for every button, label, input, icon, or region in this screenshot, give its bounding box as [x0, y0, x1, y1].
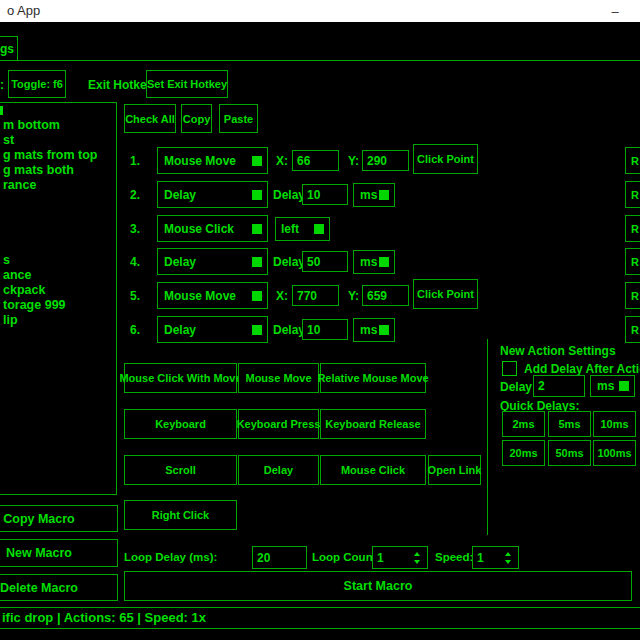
y-input[interactable]: [362, 285, 409, 306]
unit-dropdown[interactable]: ms: [353, 318, 395, 342]
spinner-arrows-icon[interactable]: [505, 552, 512, 564]
remove-action-button[interactable]: R: [625, 316, 640, 343]
click-point-button[interactable]: Click Point: [413, 144, 478, 174]
clipped-label-fragment: :: [0, 78, 4, 92]
action-index: 1.: [130, 154, 140, 168]
loop-count-value: 1: [377, 551, 384, 565]
dropdown-indicator-icon: [379, 257, 389, 267]
spinner-arrows-icon[interactable]: [414, 552, 421, 564]
macro-list-item[interactable]: [0, 193, 116, 208]
action-type-dropdown[interactable]: Delay: [157, 181, 268, 208]
paste-button[interactable]: Paste: [219, 104, 258, 133]
check-all-button[interactable]: Check All: [124, 104, 176, 133]
macro-list-item[interactable]: m bottom: [0, 118, 116, 133]
macro-list-item[interactable]: ckpack: [0, 283, 116, 298]
library-mouse-click-with-move-button[interactable]: Mouse Click With Move: [124, 363, 237, 393]
quick-delay-2ms-button[interactable]: 2ms: [502, 411, 545, 437]
library-keyboard-button[interactable]: Keyboard: [124, 409, 237, 439]
unit-dropdown[interactable]: ms: [353, 183, 395, 207]
macro-list-item[interactable]: ance: [0, 268, 116, 283]
clipped-list-text-fragment: [0, 106, 3, 115]
library-right-click-button[interactable]: Right Click: [124, 500, 237, 530]
action-type-value: Mouse Move: [164, 154, 236, 168]
tab-settings-label: gs: [0, 42, 14, 56]
new-unit-dropdown[interactable]: ms: [590, 375, 635, 397]
dropdown-indicator-icon: [252, 224, 262, 234]
macro-list-item[interactable]: s: [0, 253, 116, 268]
add-delay-checkbox[interactable]: [502, 361, 517, 376]
action-type-dropdown[interactable]: Mouse Move: [157, 147, 268, 174]
macro-list-item[interactable]: [0, 208, 116, 223]
remove-action-button[interactable]: R: [625, 147, 640, 174]
action-type-dropdown[interactable]: Delay: [157, 316, 268, 343]
action-index: 3.: [130, 222, 140, 236]
copy-macro-button[interactable]: Copy Macro: [0, 505, 118, 532]
x-input[interactable]: [292, 150, 339, 171]
quick-delay-50ms-button[interactable]: 50ms: [548, 440, 591, 466]
delay-label: Delay: [273, 323, 305, 337]
remove-action-button[interactable]: R: [625, 181, 640, 208]
library-relative-mouse-move-button[interactable]: Relative Mouse Move: [320, 363, 426, 393]
library-keyboard-release-button[interactable]: Keyboard Release: [320, 409, 426, 439]
macro-listbox[interactable]: m bottom st g mats from top g mats both …: [0, 102, 117, 495]
speed-value: 1: [477, 551, 484, 565]
library-scroll-button[interactable]: Scroll: [124, 455, 237, 485]
library-open-link-button[interactable]: Open Link: [428, 455, 481, 485]
x-input[interactable]: [292, 285, 339, 306]
macro-list-item[interactable]: lip: [0, 313, 116, 328]
delay-label: Delay: [273, 255, 305, 269]
remove-action-button[interactable]: R: [625, 282, 640, 309]
y-input[interactable]: [362, 150, 409, 171]
unit-dropdown[interactable]: ms: [353, 250, 395, 274]
action-type-dropdown[interactable]: Mouse Move: [157, 282, 268, 309]
new-macro-button[interactable]: New Macro: [0, 539, 118, 567]
remove-action-button[interactable]: R: [625, 215, 640, 242]
macro-list-item[interactable]: [0, 103, 116, 118]
tab-settings[interactable]: gs: [0, 36, 18, 61]
macro-list-item[interactable]: [0, 223, 116, 238]
action-index: 5.: [130, 289, 140, 303]
remove-action-button[interactable]: R: [625, 248, 640, 275]
loop-count-spinner[interactable]: 1: [372, 546, 428, 569]
loop-delay-input[interactable]: [252, 546, 307, 569]
delay-input[interactable]: [302, 251, 348, 272]
set-exit-hotkey-button[interactable]: Set Exit Hotkey: [146, 70, 228, 98]
dropdown-indicator-icon: [252, 325, 262, 335]
delay-input[interactable]: [302, 184, 348, 205]
loop-count-label: Loop Count:: [312, 551, 380, 563]
macro-list-item[interactable]: g mats from top: [0, 148, 116, 163]
click-point-button[interactable]: Click Point: [413, 279, 478, 309]
library-keyboard-press-button[interactable]: Keyboard Press: [238, 409, 319, 439]
new-delay-input[interactable]: [533, 375, 585, 397]
macro-list-item[interactable]: torage 999: [0, 298, 116, 313]
status-text: ific drop | Actions: 65 | Speed: 1x: [2, 610, 206, 625]
new-delay-label: Delay:: [500, 380, 536, 394]
library-mouse-move-button[interactable]: Mouse Move: [238, 363, 319, 393]
library-mouse-click-button[interactable]: Mouse Click: [320, 455, 426, 485]
action-type-dropdown[interactable]: Delay: [157, 248, 268, 275]
quick-delay-10ms-button[interactable]: 10ms: [593, 411, 636, 437]
unit-value: ms: [360, 323, 377, 337]
macro-list-item[interactable]: st: [0, 133, 116, 148]
action-type-value: Delay: [164, 188, 196, 202]
mouse-button-dropdown[interactable]: left: [275, 217, 330, 241]
delete-macro-button[interactable]: Delete Macro: [0, 574, 118, 601]
delay-input[interactable]: [302, 319, 348, 340]
toggle-hotkey-button[interactable]: Toggle: f6: [8, 70, 66, 98]
minimize-button[interactable]: –: [598, 0, 632, 22]
delay-label: Delay: [273, 188, 305, 202]
macro-list-item[interactable]: g mats both: [0, 163, 116, 178]
start-macro-button[interactable]: Start Macro: [124, 571, 632, 601]
x-label: X:: [276, 289, 288, 303]
action-type-dropdown[interactable]: Mouse Click: [157, 215, 268, 242]
macro-list-item[interactable]: [0, 238, 116, 253]
speed-spinner[interactable]: 1: [472, 546, 519, 569]
dropdown-indicator-icon: [379, 190, 389, 200]
macro-list-item[interactable]: rance: [0, 178, 116, 193]
library-delay-button[interactable]: Delay: [238, 455, 319, 485]
quick-delay-5ms-button[interactable]: 5ms: [548, 411, 591, 437]
quick-delay-20ms-button[interactable]: 20ms: [502, 440, 545, 466]
quick-delay-100ms-button[interactable]: 100ms: [593, 440, 636, 466]
copy-button[interactable]: Copy: [181, 104, 212, 133]
tab-strip-line: [0, 60, 640, 61]
